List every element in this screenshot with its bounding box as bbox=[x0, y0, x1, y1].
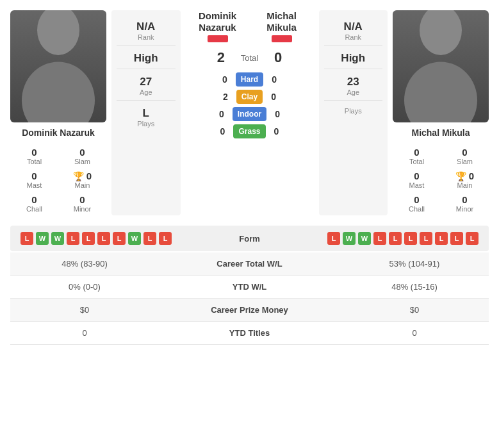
right-flag bbox=[272, 35, 292, 42]
left-main-trophy: 🏆 0 Main bbox=[58, 168, 106, 192]
career-total-label: Career Total W/L bbox=[149, 259, 350, 269]
form-badge-l: L bbox=[159, 232, 172, 245]
form-badge-l: L bbox=[466, 232, 479, 245]
right-name-center: Michal Mikula bbox=[250, 10, 314, 44]
total-row: 2 Total 0 bbox=[214, 49, 285, 66]
left-minor: 0 Minor bbox=[58, 192, 106, 215]
ytd-titles-row: 0 YTD Titles 0 bbox=[10, 322, 489, 345]
career-prize-right: $0 bbox=[350, 305, 479, 315]
ytd-titles-label: YTD Titles bbox=[149, 328, 350, 338]
right-chall: 0 Chall bbox=[393, 192, 441, 215]
left-name-center: Dominik Nazaruk bbox=[186, 10, 250, 44]
left-total: 0 Total bbox=[10, 144, 58, 168]
left-player-area: Dominik Nazaruk 0 Total 0 Slam 0 Mast bbox=[10, 10, 106, 215]
left-flag bbox=[208, 35, 228, 42]
form-label: Form bbox=[239, 234, 260, 244]
career-prize-label: Career Prize Money bbox=[149, 305, 350, 315]
svg-point-0 bbox=[37, 10, 79, 55]
clay-row: 2 Clay 0 bbox=[218, 90, 281, 104]
hard-button[interactable]: Hard bbox=[236, 72, 263, 87]
ytd-titles-left: 0 bbox=[20, 328, 149, 338]
right-player-name: Michal Mikula bbox=[411, 128, 470, 138]
indoor-left: 0 bbox=[215, 109, 229, 119]
form-badge-w: W bbox=[358, 232, 371, 245]
form-badge-w: W bbox=[128, 232, 141, 245]
right-player-area: Michal Mikula 0 Total 0 Slam 0 Mast bbox=[393, 10, 489, 215]
total-left-score: 2 bbox=[214, 49, 228, 66]
form-section: LWWLLLLWLL Form LWWLLLLLLL bbox=[10, 226, 489, 251]
right-mast: 0 Mast bbox=[393, 168, 441, 192]
ytd-wl-label: YTD W/L bbox=[149, 282, 350, 292]
ytd-wl-right: 48% (15-16) bbox=[350, 282, 479, 292]
right-main-trophy: 🏆 0 Main bbox=[441, 168, 489, 192]
left-stats-grid: 0 Total 0 Slam 0 Mast 🏆 0 bbox=[10, 144, 106, 215]
left-plays-block: L Plays bbox=[117, 103, 176, 131]
left-mast: 0 Mast bbox=[10, 168, 58, 192]
top-row: Dominik Nazaruk 0 Total 0 Slam 0 Mast bbox=[10, 10, 489, 215]
clay-button[interactable]: Clay bbox=[236, 90, 263, 104]
left-form-badges: LWWLLLLWLL bbox=[20, 232, 172, 245]
right-high-block: High bbox=[324, 48, 383, 69]
right-trophy-icon: 🏆 bbox=[455, 171, 466, 181]
ytd-titles-right: 0 bbox=[350, 328, 479, 338]
center-area: Dominik Nazaruk Michal Mikula bbox=[186, 10, 314, 215]
clay-left: 2 bbox=[218, 92, 233, 102]
svg-point-3 bbox=[404, 62, 477, 122]
left-age-block: 27 Age bbox=[117, 72, 176, 101]
total-label: Total bbox=[241, 53, 258, 63]
right-plays-block: Plays bbox=[324, 103, 383, 119]
form-badge-l: L bbox=[20, 232, 33, 245]
ytd-wl-left: 0% (0-0) bbox=[20, 282, 149, 292]
layout: Dominik Nazaruk 0 Total 0 Slam 0 Mast bbox=[10, 10, 489, 345]
right-slam: 0 Slam bbox=[441, 144, 489, 168]
form-badge-w: W bbox=[51, 232, 64, 245]
form-badge-l: L bbox=[435, 232, 448, 245]
form-badge-l: L bbox=[82, 232, 95, 245]
career-total-left: 48% (83-90) bbox=[20, 259, 149, 269]
right-total: 0 Total bbox=[393, 144, 441, 168]
career-total-right: 53% (104-91) bbox=[350, 259, 479, 269]
hard-right: 0 bbox=[267, 74, 281, 85]
ytd-wl-row: 0% (0-0) YTD W/L 48% (15-16) bbox=[10, 276, 489, 299]
grass-button[interactable]: Grass bbox=[233, 124, 265, 138]
left-player-name: Dominik Nazaruk bbox=[22, 128, 95, 138]
right-info-box: N/A Rank High 23 Age Plays bbox=[319, 10, 388, 215]
form-badge-l: L bbox=[373, 232, 386, 245]
right-form-badges: LWWLLLLLLL bbox=[327, 232, 479, 245]
clay-right: 0 bbox=[266, 92, 281, 102]
main-container: Dominik Nazaruk 0 Total 0 Slam 0 Mast bbox=[0, 0, 499, 355]
form-badge-l: L bbox=[67, 232, 79, 245]
indoor-row: 0 Indoor 0 bbox=[215, 107, 284, 121]
form-badge-l: L bbox=[450, 232, 463, 245]
svg-point-2 bbox=[420, 10, 462, 55]
left-player-avatar bbox=[10, 10, 106, 122]
form-badge-w: W bbox=[36, 232, 49, 245]
total-right-score: 0 bbox=[271, 49, 285, 66]
form-badge-l: L bbox=[327, 232, 340, 245]
left-avatar-svg bbox=[10, 10, 106, 122]
left-chall: 0 Chall bbox=[10, 192, 58, 215]
right-stats-grid: 0 Total 0 Slam 0 Mast 🏆 0 bbox=[393, 144, 489, 215]
left-high-block: High bbox=[117, 48, 176, 69]
grass-row: 0 Grass 0 bbox=[215, 124, 283, 138]
right-age-block: 23 Age bbox=[324, 72, 383, 101]
indoor-right: 0 bbox=[270, 109, 284, 119]
indoor-button[interactable]: Indoor bbox=[233, 107, 266, 121]
left-info-box: N/A Rank High 27 Age L Plays bbox=[111, 10, 181, 215]
right-player-avatar bbox=[393, 10, 489, 122]
hard-left: 0 bbox=[218, 74, 232, 85]
names-row: Dominik Nazaruk Michal Mikula bbox=[186, 10, 314, 44]
form-badge-l: L bbox=[113, 232, 126, 245]
right-avatar-svg bbox=[393, 10, 489, 122]
right-rank-block: N/A Rank bbox=[324, 17, 383, 46]
form-badge-l: L bbox=[389, 232, 402, 245]
grass-left: 0 bbox=[215, 126, 229, 137]
hard-row: 0 Hard 0 bbox=[218, 72, 281, 87]
form-badge-l: L bbox=[97, 232, 110, 245]
form-badge-l: L bbox=[404, 232, 417, 245]
svg-point-1 bbox=[22, 62, 95, 122]
right-minor: 0 Minor bbox=[441, 192, 489, 215]
career-total-row: 48% (83-90) Career Total W/L 53% (104-91… bbox=[10, 253, 489, 276]
left-slam: 0 Slam bbox=[58, 144, 106, 168]
left-rank-block: N/A Rank bbox=[117, 17, 176, 46]
